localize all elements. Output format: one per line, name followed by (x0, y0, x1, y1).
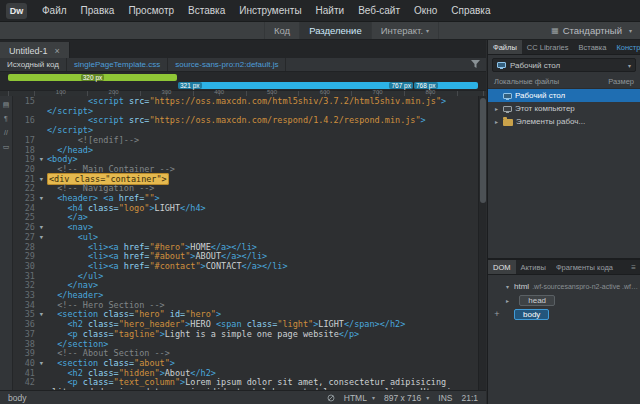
panel-tab[interactable]: Конструктор CSS (611, 40, 640, 54)
column-size[interactable]: Размер (608, 77, 634, 86)
panel-tab[interactable]: Файлы (488, 40, 522, 54)
site-root-dropdown[interactable]: Рабочий стол ▾ (492, 58, 636, 72)
media-query-segment-medium[interactable]: 321 px 767 px (178, 82, 413, 89)
files-panel: Рабочий стол ▾ Локальные файлы Размер Ра… (488, 55, 640, 258)
related-file-button[interactable]: singlePageTemplate.css (67, 58, 168, 71)
fold-arrow-icon[interactable]: ▼ (37, 175, 46, 185)
chevron-down-icon: ▾ (426, 27, 429, 34)
line-number: 16 (13, 116, 37, 135)
add-element-icon[interactable]: + (493, 309, 501, 319)
fold-gutter (37, 116, 46, 135)
scrollbar-thumb[interactable] (480, 98, 486, 203)
fold-gutter (37, 349, 46, 359)
close-icon[interactable]: × (55, 46, 60, 56)
menu-item[interactable]: Вставка (181, 0, 232, 22)
files-panel-tabs: ФайлыCC LibrariesВставкаКонструктор CSS≡ (488, 40, 640, 55)
code-line-content[interactable]: </nav> (46, 281, 478, 291)
desktop-icon (503, 93, 512, 99)
ruler-number: 800 (425, 89, 435, 95)
code-line-content[interactable]: </a> (46, 213, 478, 223)
panel-tab[interactable]: CC Libraries (522, 40, 574, 54)
collapse-section-icon[interactable]: ▭ (3, 143, 10, 150)
column-local-files[interactable]: Локальные файлы (494, 77, 559, 86)
menu-item[interactable]: Просмотр (121, 0, 181, 22)
code-line-content[interactable]: <p class="tagline">Light is a simple one… (46, 330, 478, 340)
code-line-content[interactable]: <p class="text_column">Lorem ipsum dolor… (46, 378, 478, 390)
menu-item[interactable]: Веб-сайт (351, 0, 407, 22)
dom-node-body[interactable]: body (514, 309, 549, 320)
apply-comment-icon[interactable]: // (4, 129, 8, 136)
line-number: 15 (13, 97, 37, 116)
code-line-content[interactable]: <h4 class="logo">LIGHT</h4> (46, 204, 478, 214)
twisty-collapsed-icon[interactable]: ▸ (504, 297, 511, 304)
fold-gutter (37, 369, 46, 379)
dom-node-row[interactable]: +body (488, 307, 640, 321)
panel-tab[interactable]: Фрагменты кода (551, 260, 618, 274)
menu-item[interactable]: Окно (407, 0, 444, 22)
panel-tab[interactable]: Активы (516, 260, 551, 274)
code-line: 18 </head> (13, 146, 478, 156)
filter-funnel-icon[interactable] (471, 60, 480, 69)
lint-status-icon[interactable] (327, 394, 335, 402)
code-line-content[interactable]: <nav> (46, 223, 478, 233)
view-mode-button[interactable]: Разделение (300, 22, 372, 39)
media-query-segment-large[interactable]: 768 px (414, 82, 478, 89)
menu-item[interactable]: Справка (444, 0, 497, 22)
dom-node-row[interactable]: ▸ head (488, 293, 640, 307)
window-size-selector[interactable]: 897 x 716 ▾ (384, 393, 429, 403)
fold-arrow-icon[interactable]: ▼ (37, 359, 46, 369)
breakpoint-label: 321 px (178, 82, 202, 89)
code-editor[interactable]: 15 <script src="https://oss.maxcdn.com/h… (13, 96, 478, 390)
file-tree-row[interactable]: ▸Этот компьютер (488, 102, 640, 115)
code-line-content[interactable]: </ul> (46, 272, 478, 282)
file-tree-row[interactable]: ▸Элементы рабоч... (488, 115, 640, 128)
file-type-indicator[interactable]: HTML ▾ (344, 393, 375, 403)
menu-item[interactable]: Правка (74, 0, 122, 22)
related-file-button[interactable]: Исходный код (0, 58, 67, 71)
view-mode-switcher: КодРазделениеИнтеракт.▾ (264, 22, 439, 39)
ruler-number: 700 (373, 89, 383, 95)
panel-menu-icon[interactable]: ≡ (627, 260, 640, 274)
menu-item[interactable]: Найти (309, 0, 352, 22)
view-mode-button[interactable]: Код (264, 22, 300, 39)
fold-arrow-icon[interactable]: ▼ (37, 194, 46, 204)
dom-node-head[interactable]: head (519, 295, 555, 306)
fold-gutter (37, 165, 46, 175)
fold-gutter (37, 262, 46, 272)
open-documents-icon[interactable]: ▤ (3, 101, 10, 108)
breakpoint-label: 768 px (414, 82, 438, 89)
code-line-content[interactable]: <script src="https://oss.maxcdn.com/html… (46, 97, 478, 116)
code-line-content[interactable]: <script src="https://oss.maxcdn.com/resp… (46, 116, 478, 135)
menu-item[interactable]: Файл (35, 0, 74, 22)
media-query-segment-small[interactable]: 320 px (8, 74, 177, 81)
related-file-button[interactable]: source-sans-pro:n2:default.js (168, 58, 286, 71)
tag-selector[interactable]: body (0, 393, 26, 403)
dom-node-row[interactable]: ▾html.wf-sourcesanspro-n2-active .wf-act… (488, 279, 640, 293)
code-line-content[interactable]: </head> (46, 146, 478, 156)
fold-arrow-icon[interactable]: ▼ (37, 155, 46, 165)
ruler-number: 600 (320, 89, 330, 95)
code-view: ▤¶//▭ 15 <script src="https://oss.maxcdn… (0, 96, 486, 390)
twisty-collapsed-icon[interactable]: ▸ (493, 118, 500, 125)
vertical-scrollbar[interactable] (478, 96, 486, 390)
format-source-icon[interactable]: ¶ (4, 115, 8, 122)
dom-node-html[interactable]: html (514, 282, 529, 291)
code-line-content[interactable]: <li><a href="#contact">CONTACT</a></li> (46, 262, 478, 272)
panel-tab[interactable]: DOM (488, 260, 516, 274)
twisty-collapsed-icon[interactable]: ▸ (493, 105, 500, 112)
fold-gutter (37, 291, 46, 301)
view-mode-button[interactable]: Интеракт.▾ (372, 22, 439, 39)
menu-item[interactable]: Инструменты (232, 0, 308, 22)
fold-arrow-icon[interactable]: ▼ (37, 223, 46, 233)
file-tree-row[interactable]: Рабочий стол (488, 89, 640, 102)
fold-gutter (37, 136, 46, 146)
cursor-position: 21:1 (461, 393, 478, 403)
insert-mode-indicator[interactable]: INS (438, 393, 452, 403)
fold-arrow-icon[interactable]: ▼ (37, 310, 46, 320)
code-line-content[interactable]: <![endif]--> (46, 136, 478, 146)
workspace-switcher[interactable]: ▦ Стандартный ▾ (551, 22, 632, 39)
fold-arrow-icon[interactable]: ▼ (37, 233, 46, 243)
workspace-label: Стандартный (563, 25, 622, 36)
panel-tab[interactable]: Вставка (574, 40, 612, 54)
twisty-expanded-icon[interactable]: ▾ (504, 283, 511, 290)
